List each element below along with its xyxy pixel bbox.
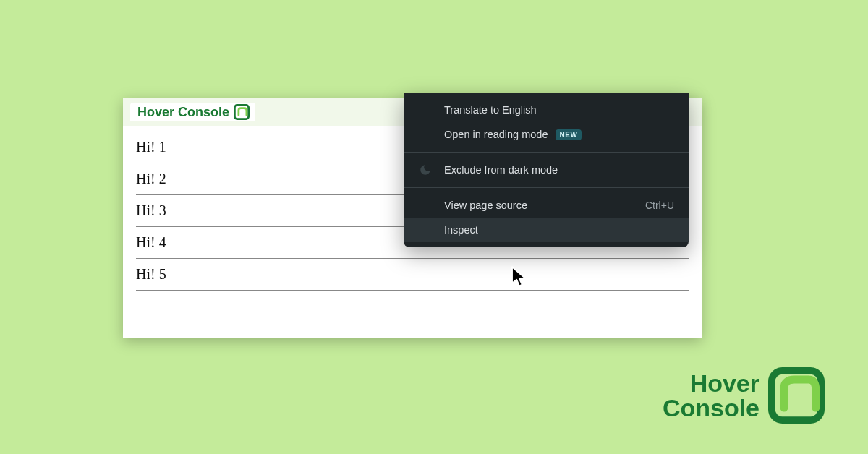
menu-shortcut: Ctrl+U <box>645 200 674 211</box>
menu-exclude-dark[interactable]: Exclude from dark mode <box>404 158 689 182</box>
brand-line1: Hover <box>663 371 760 395</box>
menu-label: Exclude from dark mode <box>444 164 558 176</box>
menu-inspect[interactable]: Inspect <box>404 218 689 242</box>
hover-console-logo-icon <box>234 104 250 120</box>
menu-translate[interactable]: Translate to English <box>404 98 689 122</box>
menu-label: Translate to English <box>444 104 537 116</box>
context-menu: Translate to English Open in reading mod… <box>404 93 689 247</box>
menu-label: Inspect <box>444 224 478 236</box>
tab-title: Hover Console <box>137 105 229 120</box>
new-badge: NEW <box>556 129 582 140</box>
brand-logo: Hover Console <box>663 367 825 424</box>
hover-console-logo-icon <box>768 367 825 424</box>
menu-view-source[interactable]: View page source Ctrl+U <box>404 193 689 218</box>
brand-text: Hover Console <box>663 371 760 420</box>
moon-icon <box>418 163 433 177</box>
menu-label: View page source <box>444 200 527 211</box>
list-item: Hi! 5 <box>136 259 689 291</box>
menu-reading-mode[interactable]: Open in reading mode NEW <box>404 122 689 147</box>
browser-tab[interactable]: Hover Console <box>130 103 255 121</box>
menu-label: Open in reading mode <box>444 129 548 140</box>
brand-line2: Console <box>663 395 760 420</box>
